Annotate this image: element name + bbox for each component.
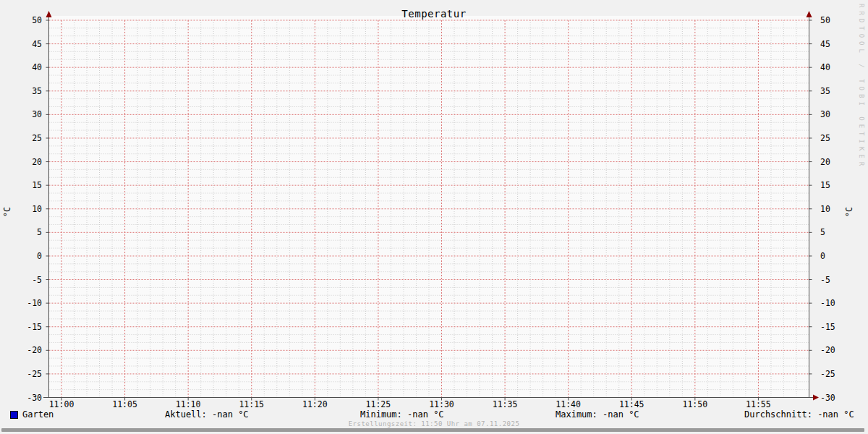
rrdtool-watermark: RRDTOOL / TOBI OETIKER (858, 4, 865, 169)
x-axis-tick-label: 11:45 (608, 400, 655, 409)
y-axis-tick-label-right: 25 (820, 134, 849, 142)
y-axis-tick-label-left: -30 (13, 393, 42, 402)
chart-title: Temperatur (0, 8, 868, 20)
y-axis-tick-label-left: 0 (13, 252, 42, 260)
y-axis-tick-label-left: 20 (13, 158, 42, 166)
y-axis-tick-label-left: 10 (13, 205, 42, 213)
y-axis-tick-label-right: 20 (820, 158, 849, 166)
x-axis-tick-label: 11:40 (545, 400, 592, 409)
y-axis-tick-label-right: -15 (820, 323, 849, 331)
x-axis-tick-label: 11:20 (292, 400, 338, 409)
y-axis-tick-label-left: -5 (13, 276, 42, 284)
y-axis-tick-label-left: -20 (13, 346, 42, 354)
y-axis-tick-label-left: 25 (13, 134, 42, 142)
y-axis-tick-label-right: 35 (820, 87, 849, 95)
y-axis-tick-label-left: 30 (13, 110, 42, 119)
y-axis-unit-left: °C (2, 203, 12, 221)
y-axis-tick-label-right: 15 (820, 181, 849, 190)
x-axis-tick-label: 11:35 (482, 400, 528, 409)
x-axis-tick-label: 11:10 (165, 400, 211, 409)
y-axis-tick-label-right: -30 (820, 393, 849, 402)
x-axis-tick-label: 11:30 (418, 400, 464, 409)
y-axis-tick-label-right: 0 (820, 252, 849, 260)
legend-color-swatch (10, 411, 18, 419)
y-axis-tick-label-right: -20 (820, 346, 849, 354)
y-axis-tick-label-left: -15 (13, 323, 42, 331)
y-axis-tick-label-left: 15 (13, 181, 42, 190)
legend-stat-durchschnitt: Durchschnitt: -nan °C (744, 410, 854, 420)
y-axis-tick-label-right: 5 (820, 228, 849, 237)
horizontal-scrollbar[interactable] (1, 428, 864, 432)
rrdtool-graph: Temperatur °C °C RRDTOOL / TOBI OETIKER … (0, 0, 868, 434)
y-axis-tick-label-left: 35 (13, 87, 42, 95)
y-axis-tick-label-right: 45 (820, 40, 849, 48)
legend-stat-minimum: Minimum: -nan °C (360, 410, 444, 420)
x-axis-tick-label: 11:25 (355, 400, 401, 409)
legend-series-label: Garten (22, 410, 54, 420)
y-axis-tick-label-left: 45 (13, 40, 42, 48)
legend-stat-maximum: Maximum: -nan °C (556, 410, 639, 420)
y-axis-tick-label-right: -5 (820, 276, 849, 284)
y-axis-tick-label-left: -10 (13, 299, 42, 307)
y-axis-tick-label-left: 40 (13, 63, 42, 72)
y-axis-tick-label-left: 50 (13, 16, 42, 25)
x-axis-tick-label: 11:05 (102, 400, 148, 409)
x-axis-tick-label: 11:50 (672, 400, 718, 409)
y-axis-tick-label-left: 5 (13, 228, 42, 237)
x-axis-tick-label: 11:00 (38, 400, 85, 409)
x-axis-arrow (813, 395, 819, 401)
y-axis-tick-label-right: 10 (820, 205, 849, 213)
y-axis-tick-label-right: 30 (820, 110, 849, 119)
x-axis-tick-label: 11:55 (735, 400, 781, 409)
y-axis-tick-label-right: -10 (820, 299, 849, 307)
y-axis-tick-label-right: 50 (820, 16, 849, 25)
chart-plot-area (0, 0, 868, 434)
legend-stat-aktuell: Aktuell: -nan °C (165, 410, 249, 420)
creation-timestamp: Erstellungszeit: 11:50 Uhr am 07.11.2025 (0, 420, 868, 427)
y-axis-tick-label-right: 40 (820, 63, 849, 72)
y-axis-tick-label-right: -25 (820, 370, 849, 378)
y-axis-tick-label-left: -25 (13, 370, 42, 378)
x-axis-tick-label: 11:15 (229, 400, 275, 409)
